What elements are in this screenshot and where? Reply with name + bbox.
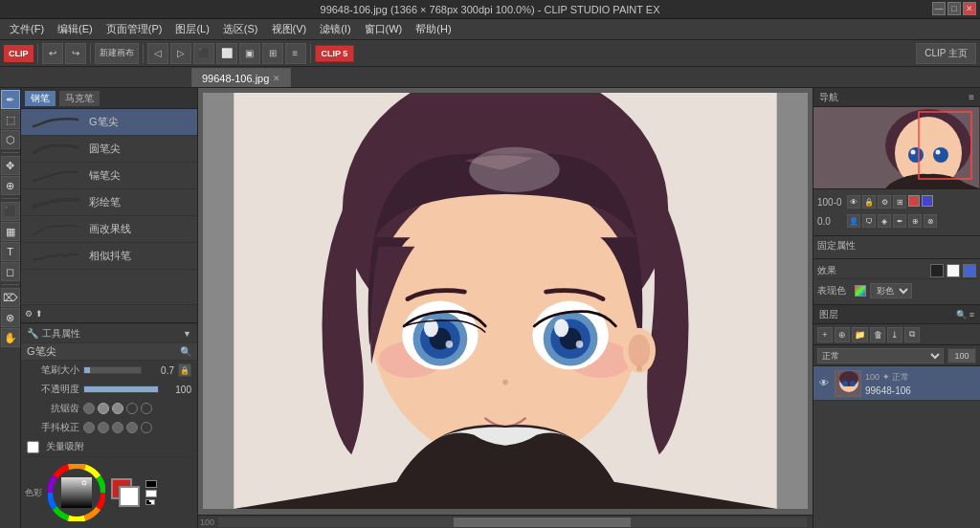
redo-button[interactable]: ↪ (65, 43, 86, 64)
stab-dot-5[interactable] (141, 422, 152, 433)
ctrl-icon-gear[interactable]: ⚙ (878, 195, 891, 209)
clip-home-button[interactable]: CLIP 主页 (916, 43, 976, 64)
fg-bg-swatches[interactable] (111, 478, 140, 507)
menu-layer[interactable]: 图层(L) (169, 20, 214, 38)
tool-pen-label[interactable]: 钢笔 (25, 91, 56, 106)
aa-dot-3[interactable] (112, 403, 123, 414)
tool-eyedropper[interactable]: ⊕ (1, 176, 20, 195)
opacity-input[interactable] (947, 348, 976, 363)
layers-search-icon[interactable]: 🔍 (956, 310, 967, 319)
background-color[interactable] (119, 486, 140, 507)
navigator-preview[interactable] (813, 107, 979, 188)
file-tab[interactable]: 99648-106.jpg ✕ (191, 68, 291, 87)
toolbar-btn-4[interactable]: ⬜ (216, 43, 237, 64)
new-vector-layer-btn[interactable]: ⊕ (835, 327, 850, 342)
layer-visibility-icon[interactable]: 👁 (817, 377, 831, 390)
brush-item-marker[interactable]: 彩绘笔 (21, 189, 197, 216)
stab-dot-1[interactable] (83, 422, 95, 433)
color-wheel[interactable] (48, 464, 105, 521)
effect-swatch-white[interactable] (947, 264, 960, 277)
new-canvas-button[interactable]: 新建画布 (95, 43, 139, 64)
layer-item-0[interactable]: 👁 100 ✦ 正常 99648-106 (813, 366, 980, 401)
ctrl-icon-color1[interactable] (908, 195, 920, 207)
effect-swatch-blue[interactable] (963, 264, 976, 277)
menu-edit[interactable]: 编辑(E) (52, 20, 99, 38)
toolbar-btn-5[interactable]: ▣ (239, 43, 260, 64)
tool-gradient[interactable]: ▦ (1, 222, 20, 241)
ctrl-icon-eye[interactable]: 👁 (847, 195, 860, 209)
brush-item-g[interactable]: G笔尖 (21, 109, 197, 136)
ctrl-icon-person[interactable]: 👤 (847, 214, 860, 228)
horizontal-scrollbar[interactable] (218, 517, 807, 527)
menu-filter[interactable]: 滤镜(I) (314, 20, 356, 38)
clip-button[interactable]: CLIP (4, 45, 33, 62)
brush-size-slider[interactable] (83, 366, 142, 374)
tool-text[interactable]: T (1, 242, 20, 261)
ribbon-checkbox[interactable] (27, 441, 39, 453)
close-button[interactable]: ✕ (963, 2, 976, 15)
maximize-button[interactable]: □ (947, 2, 961, 15)
menu-view[interactable]: 视图(V) (266, 20, 313, 38)
tool-lasso[interactable]: ⬡ (1, 130, 20, 149)
menu-page[interactable]: 页面管理(P) (100, 20, 168, 38)
opacity-slider[interactable] (83, 385, 159, 393)
effect-swatch-black[interactable] (930, 264, 944, 277)
tool-zoom[interactable]: ⊗ (1, 308, 20, 327)
toolbar-btn-3[interactable]: ⬛ (193, 43, 214, 64)
merge-layer-btn[interactable]: ⤓ (887, 327, 902, 342)
tool-shape[interactable]: ◻ (1, 262, 20, 281)
ctrl-icon-extra2[interactable]: ⊗ (924, 214, 937, 228)
tool-settings-icon[interactable]: ⚙ (25, 309, 33, 319)
tool-eraser[interactable]: ⌦ (1, 288, 20, 307)
toolbar-btn-2[interactable]: ▷ (170, 43, 191, 64)
stab-dot-2[interactable] (98, 422, 109, 433)
new-group-layer-btn[interactable]: 📁 (852, 327, 868, 342)
tool-move[interactable]: ✥ (1, 156, 20, 175)
brush-item-round[interactable]: 圆笔尖 (21, 136, 197, 163)
aa-dot-2[interactable] (98, 403, 109, 414)
brush-item-flat[interactable]: 镉笔尖 (21, 163, 197, 189)
white-color-icon[interactable] (145, 490, 157, 497)
aa-dot-1[interactable] (83, 403, 95, 414)
toolbar-btn-7[interactable]: ≡ (285, 43, 306, 64)
toolbar-btn-1[interactable]: ◁ (147, 43, 168, 64)
scrollbar-thumb-h[interactable] (454, 517, 630, 527)
minimize-button[interactable]: — (932, 2, 946, 15)
brush-settings-search[interactable]: 🔍 (180, 346, 191, 357)
blend-mode-select[interactable]: 正常 正片叠底 滤色 (817, 348, 944, 363)
tool-export-icon[interactable]: ⬆ (35, 309, 43, 319)
tab-close-icon[interactable]: ✕ (273, 74, 280, 83)
settings-expand-icon[interactable]: ▼ (183, 329, 191, 339)
new-raster-layer-btn[interactable]: + (817, 327, 833, 342)
ctrl-icon-lock[interactable]: 🔒 (862, 195, 876, 209)
aa-dot-4[interactable] (126, 403, 138, 414)
tool-fill[interactable]: ⬛ (1, 202, 20, 221)
layers-menu-icon[interactable]: ≡ (969, 310, 974, 319)
navigator-menu-icon[interactable]: ≡ (969, 92, 974, 102)
menu-window[interactable]: 窗口(W) (359, 20, 409, 38)
black-color-icon[interactable] (145, 480, 157, 488)
menu-file[interactable]: 文件(F) (4, 20, 50, 38)
menu-select[interactable]: 选区(S) (217, 20, 264, 38)
stab-dot-3[interactable] (112, 422, 123, 433)
ctrl-icon-3d[interactable]: ◈ (878, 214, 891, 228)
swap-colors-icon[interactable] (145, 499, 155, 505)
ctrl-icon-grid[interactable]: ⊞ (893, 195, 906, 209)
window-controls[interactable]: — □ ✕ (932, 2, 976, 15)
stab-dot-4[interactable] (126, 422, 138, 433)
ctrl-icon-color2[interactable] (922, 195, 933, 207)
tool-select[interactable]: ⬚ (1, 110, 20, 129)
clip5-badge[interactable]: CLIP 5 (315, 45, 355, 62)
canvas-container[interactable] (203, 93, 808, 509)
canvas-area[interactable]: 100 (198, 88, 813, 528)
duplicate-layer-btn[interactable]: ⧉ (904, 327, 920, 342)
tool-hand[interactable]: ✋ (1, 328, 20, 347)
aa-dot-5[interactable] (141, 403, 152, 414)
color-mode-select[interactable]: 彩色 灰度 (870, 283, 912, 298)
delete-layer-btn[interactable]: 🗑 (870, 327, 885, 342)
tool-marker-label[interactable]: 马克笔 (59, 91, 100, 106)
brush-size-lock-icon[interactable]: 🔒 (178, 363, 191, 377)
menu-help[interactable]: 帮助(H) (410, 20, 457, 38)
brush-item-correction[interactable]: 画改果线 (21, 216, 197, 243)
ctrl-icon-extra1[interactable]: ⊕ (908, 214, 922, 228)
